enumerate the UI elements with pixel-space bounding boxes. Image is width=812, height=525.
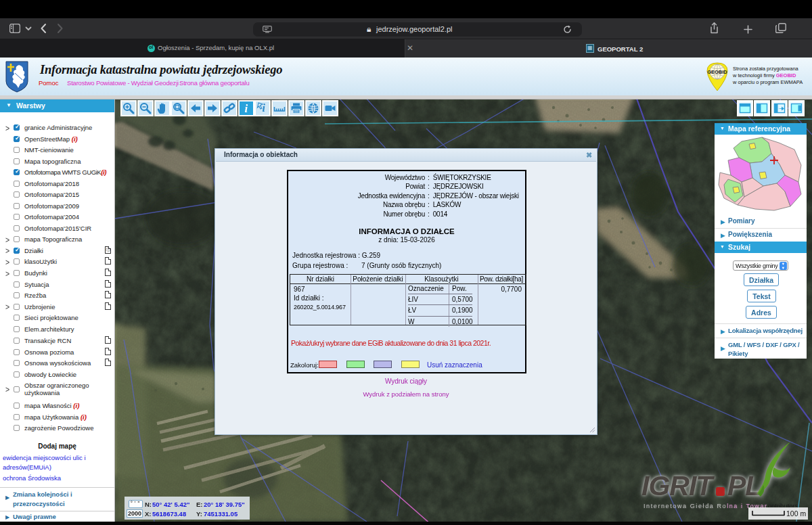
svg-text:GEOBID: GEOBID [707, 69, 727, 75]
